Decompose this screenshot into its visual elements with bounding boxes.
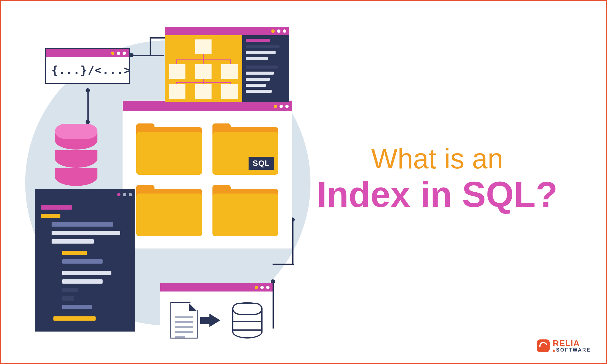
sql-badge: SQL — [249, 157, 274, 170]
window-controls-icon — [271, 29, 286, 33]
connector — [273, 264, 294, 265]
window-controls-icon — [274, 105, 289, 108]
code-editor-window — [35, 189, 135, 332]
window-titlebar — [165, 27, 289, 35]
window-controls-icon — [117, 193, 132, 196]
connector — [292, 219, 293, 265]
connector-dot — [86, 120, 90, 124]
file-to-db-window — [160, 283, 273, 349]
sitemap-window — [165, 27, 289, 102]
connector — [150, 37, 151, 56]
code-snippet-window: {...}/<...> — [45, 48, 130, 84]
window-controls-icon — [255, 286, 270, 289]
connector — [273, 327, 274, 329]
brand-logo: RELIA ▴SOFTWARE — [537, 339, 591, 352]
window-titlebar — [160, 283, 273, 292]
brand-mark-icon — [537, 339, 550, 352]
brand-subtitle: ▴SOFTWARE — [553, 348, 591, 352]
database-outline-icon — [232, 302, 263, 339]
folder-icon — [136, 123, 202, 175]
connector — [87, 89, 89, 121]
title-line-1: What is an — [317, 143, 558, 174]
connector-dot — [86, 88, 90, 93]
arrow-right-icon — [209, 314, 220, 327]
code-lines-icon — [35, 200, 135, 330]
folder-icon — [212, 185, 278, 236]
connector — [131, 55, 164, 56]
sitemap-diagram-icon — [165, 35, 242, 102]
connector-dot — [129, 53, 134, 57]
title-line-2: Index in SQL? — [317, 174, 558, 215]
database-icon — [55, 128, 97, 186]
window-titlebar — [46, 49, 129, 57]
folder-icon — [136, 185, 202, 236]
main-folder-window: SQL — [122, 100, 292, 249]
connector — [150, 37, 165, 39]
window-controls-icon — [111, 52, 126, 55]
window-titlebar — [35, 189, 135, 200]
page-title: What is an Index in SQL? — [317, 143, 558, 215]
mini-code-icon — [242, 35, 289, 102]
sql-folder-icon: SQL — [212, 123, 278, 175]
connector — [273, 283, 274, 329]
window-titlebar — [123, 101, 292, 111]
brand-name: RELIA — [553, 339, 591, 348]
code-snippet-text: {...}/<...> — [46, 57, 129, 83]
document-icon — [170, 302, 198, 339]
